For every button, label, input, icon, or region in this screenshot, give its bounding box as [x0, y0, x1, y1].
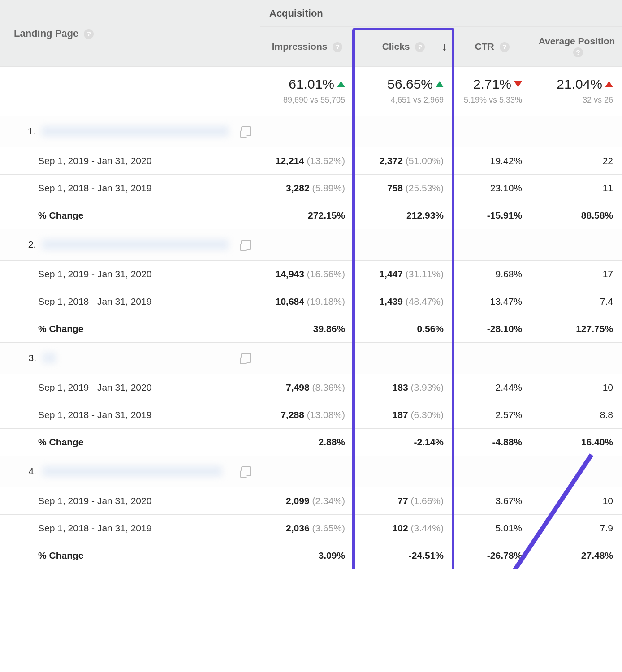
- table-row: Sep 1, 2019 - Jan 31, 2020 12,214 (13.62…: [0, 147, 622, 174]
- cell-ctr: 19.42%: [453, 147, 531, 174]
- change-label: % Change: [0, 315, 260, 342]
- cell-clicks: 2,372 (51.00%): [354, 147, 453, 174]
- landing-page-link[interactable]: [43, 353, 56, 363]
- help-icon[interactable]: ?: [333, 42, 342, 52]
- trend-up-icon: [337, 81, 345, 87]
- cell-clicks-change: 0.56%: [354, 315, 453, 342]
- external-link-icon[interactable]: [241, 126, 251, 136]
- period-label: Sep 1, 2018 - Jan 31, 2019: [0, 514, 260, 542]
- cell-position: 8.8: [531, 401, 622, 428]
- table-row: Sep 1, 2019 - Jan 31, 2020 14,943 (16.66…: [0, 260, 622, 288]
- cell-impressions: 2,099 (2.34%): [260, 487, 354, 514]
- table-row-change: % Change 272.15% 212.93% -15.91% 88.58%: [0, 202, 622, 229]
- cell-impressions-change: 39.86%: [260, 315, 354, 342]
- help-icon[interactable]: ?: [573, 47, 583, 57]
- cell-position-change: 127.75%: [531, 315, 622, 342]
- landing-page-link[interactable]: [43, 466, 222, 477]
- trend-up-icon: [436, 81, 444, 87]
- period-label: Sep 1, 2018 - Jan 31, 2019: [0, 174, 260, 202]
- period-label: Sep 1, 2018 - Jan 31, 2019: [0, 288, 260, 315]
- help-icon[interactable]: ?: [500, 42, 510, 52]
- period-label: Sep 1, 2019 - Jan 31, 2020: [0, 260, 260, 288]
- table-row-change: % Change 39.86% 0.56% -28.10% 127.75%: [0, 315, 622, 342]
- header-acquisition: Acquisition: [260, 0, 622, 27]
- landing-page-link[interactable]: [42, 239, 229, 250]
- cell-clicks: 1,439 (48.47%): [354, 288, 453, 315]
- header-ctr[interactable]: CTR ?: [453, 27, 531, 67]
- row-index: 3.: [9, 353, 36, 363]
- cell-clicks-change: -2.14%: [354, 428, 453, 456]
- external-link-icon[interactable]: [241, 240, 251, 250]
- trend-down-icon: [514, 81, 522, 87]
- period-label: Sep 1, 2019 - Jan 31, 2020: [0, 374, 260, 401]
- row-index: 1.: [9, 126, 35, 137]
- cell-ctr-change: -15.91%: [453, 202, 531, 229]
- header-avg-position[interactable]: Average Position ?: [531, 27, 622, 67]
- help-icon[interactable]: ?: [415, 42, 425, 52]
- cell-clicks: 1,447 (31.11%): [354, 260, 453, 288]
- external-link-icon[interactable]: [241, 353, 251, 363]
- header-impressions[interactable]: Impressions ?: [260, 27, 354, 67]
- total-ctr: 2.71% 5.19% vs 5.33%: [453, 67, 531, 116]
- cell-position: 22: [531, 147, 622, 174]
- period-label: Sep 1, 2019 - Jan 31, 2020: [0, 147, 260, 174]
- cell-impressions: 7,498 (8.36%): [260, 374, 354, 401]
- change-label: % Change: [0, 542, 260, 569]
- table-row: Sep 1, 2019 - Jan 31, 2020 7,498 (8.36%)…: [0, 374, 622, 401]
- cell-position: 17: [531, 260, 622, 288]
- total-impressions: 61.01% 89,690 vs 55,705: [260, 67, 354, 116]
- cell-position: 10: [531, 374, 622, 401]
- period-label: Sep 1, 2019 - Jan 31, 2020: [0, 487, 260, 514]
- totals-row: 61.01% 89,690 vs 55,705 56.65% 4,651 vs …: [0, 67, 622, 116]
- cell-impressions: 7,288 (13.08%): [260, 401, 354, 428]
- header-clicks[interactable]: Clicks ? ↓: [354, 27, 453, 67]
- cell-position-change: 88.58%: [531, 202, 622, 229]
- total-position: 21.04% 32 vs 26: [531, 67, 622, 116]
- change-label: % Change: [0, 428, 260, 456]
- header-landing-page-label: Landing Page: [14, 28, 78, 39]
- cell-impressions: 2,036 (3.65%): [260, 514, 354, 542]
- cell-impressions-change: 2.88%: [260, 428, 354, 456]
- cell-clicks-change: 212.93%: [354, 202, 453, 229]
- trend-up-icon: [605, 81, 613, 87]
- table-row-page: 1.: [0, 116, 622, 147]
- cell-position: 11: [531, 174, 622, 202]
- cell-ctr-change: -28.10%: [453, 315, 531, 342]
- table-row: Sep 1, 2018 - Jan 31, 2019 7,288 (13.08%…: [0, 401, 622, 428]
- table-row-page: 3.: [0, 342, 622, 374]
- header-landing-page[interactable]: Landing Page ?: [0, 0, 260, 67]
- help-icon[interactable]: ?: [84, 29, 94, 39]
- cell-clicks: 183 (3.93%): [354, 374, 453, 401]
- table-row: Sep 1, 2018 - Jan 31, 2019 3,282 (5.89%)…: [0, 174, 622, 202]
- period-label: Sep 1, 2018 - Jan 31, 2019: [0, 401, 260, 428]
- cell-ctr: 9.68%: [453, 260, 531, 288]
- svg-line-0: [475, 455, 592, 569]
- external-link-icon[interactable]: [241, 466, 251, 476]
- row-index: 4.: [9, 466, 36, 477]
- table-row: Sep 1, 2018 - Jan 31, 2019 10,684 (19.18…: [0, 288, 622, 315]
- cell-clicks: 77 (1.66%): [354, 487, 453, 514]
- report-table: Landing Page ? Acquisition Impressions ?…: [0, 0, 622, 569]
- cell-ctr: 2.44%: [453, 374, 531, 401]
- cell-impressions-change: 3.09%: [260, 542, 354, 569]
- cell-clicks: 187 (6.30%): [354, 401, 453, 428]
- table-row-page: 2.: [0, 229, 622, 260]
- cell-impressions: 14,943 (16.66%): [260, 260, 354, 288]
- row-index: 2.: [9, 239, 36, 250]
- cell-impressions: 12,214 (13.62%): [260, 147, 354, 174]
- cell-position: 7.4: [531, 288, 622, 315]
- cell-clicks: 758 (25.53%): [354, 174, 453, 202]
- annotation-arrow-icon: [462, 446, 605, 569]
- cell-impressions: 3,282 (5.89%): [260, 174, 354, 202]
- cell-ctr: 2.57%: [453, 401, 531, 428]
- change-label: % Change: [0, 202, 260, 229]
- sort-descending-icon: ↓: [441, 40, 447, 54]
- cell-ctr: 23.10%: [453, 174, 531, 202]
- cell-ctr: 13.47%: [453, 288, 531, 315]
- total-clicks: 56.65% 4,651 vs 2,969: [354, 67, 453, 116]
- cell-impressions: 10,684 (19.18%): [260, 288, 354, 315]
- cell-clicks: 102 (3.44%): [354, 514, 453, 542]
- cell-impressions-change: 272.15%: [260, 202, 354, 229]
- landing-page-link[interactable]: [42, 126, 229, 137]
- cell-clicks-change: -24.51%: [354, 542, 453, 569]
